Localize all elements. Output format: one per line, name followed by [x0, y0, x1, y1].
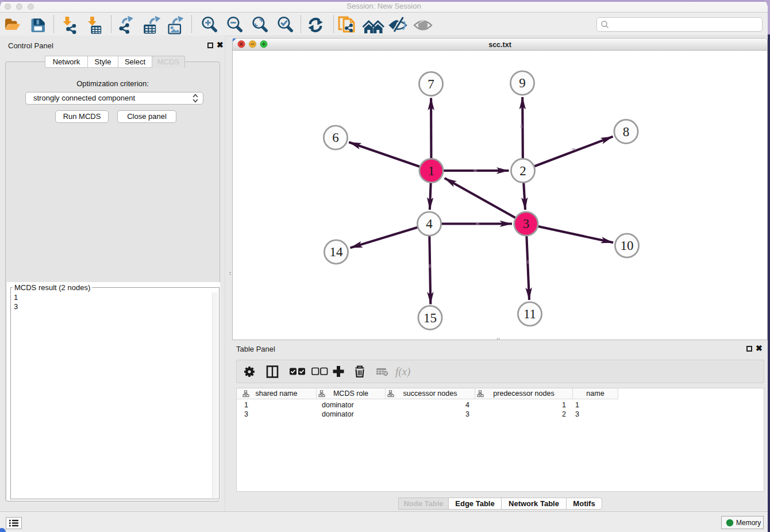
svg-text:11: 11 — [523, 307, 536, 321]
svg-text:4: 4 — [426, 217, 433, 231]
svg-text:14: 14 — [330, 245, 344, 259]
svg-text:1: 1 — [428, 164, 435, 178]
svg-text:8: 8 — [623, 125, 630, 139]
svg-text:f(x): f(x) — [395, 365, 410, 378]
svg-text:15: 15 — [424, 311, 437, 325]
svg-text:2: 2 — [519, 164, 526, 178]
svg-text:10: 10 — [621, 238, 634, 253]
svg-text:6: 6 — [332, 130, 339, 145]
svg-text:7: 7 — [428, 77, 434, 91]
svg-text:3: 3 — [523, 217, 530, 231]
svg-text:9: 9 — [519, 76, 526, 90]
